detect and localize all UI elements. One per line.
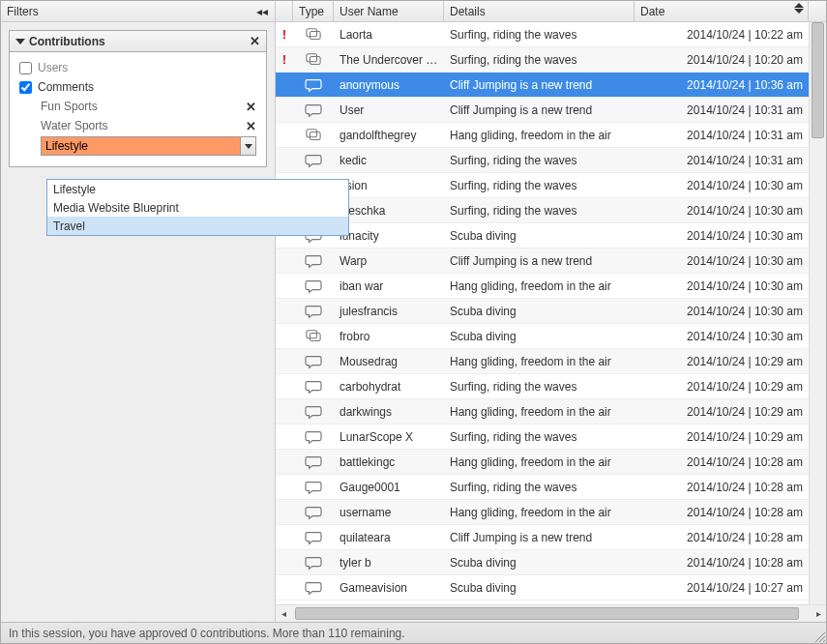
cell-date: 2014/10/24 | 10:31 am	[635, 129, 809, 142]
dropdown-item[interactable]: Media Website Blueprint	[47, 198, 348, 217]
cell-username: dsion	[334, 179, 444, 192]
tag-combobox-button[interactable]	[240, 137, 255, 155]
column-scrollbar-spacer	[809, 1, 826, 21]
cell-username: iban war	[334, 279, 444, 293]
cell-date: 2014/10/24 | 10:30 am	[635, 279, 809, 293]
cell-username: User	[334, 103, 444, 117]
contributions-panel-title: Contributions	[29, 35, 105, 48]
column-type[interactable]: Type	[293, 1, 334, 21]
table-row[interactable]: lunacityScuba diving2014/10/24 | 10:30 a…	[276, 223, 809, 249]
tag-row-fun-sports: Fun Sports ✕	[15, 97, 260, 116]
cell-details: Hang gliding, freedom in the air	[444, 279, 635, 293]
table-row[interactable]: LunarScope XSurfing, riding the waves201…	[276, 424, 809, 450]
column-date[interactable]: Date	[635, 1, 809, 21]
table-row[interactable]: GameavisionScuba diving2014/10/24 | 10:2…	[276, 575, 809, 600]
table-row[interactable]: djeschkaSurfing, riding the waves2014/10…	[276, 198, 809, 223]
comment-type-icon	[293, 404, 334, 420]
cell-details: Scuba diving	[444, 556, 635, 570]
filters-title: Filters	[7, 5, 39, 18]
comment-type-icon	[293, 304, 334, 319]
vertical-scrollbar[interactable]	[809, 22, 826, 604]
horizontal-scrollbar-thumb[interactable]	[295, 607, 799, 620]
table-row[interactable]: anonymousCliff Jumping is a new trend201…	[276, 73, 809, 98]
table-row[interactable]: gandolfthegreyHang gliding, freedom in t…	[276, 123, 809, 148]
horizontal-scrollbar[interactable]: ◂ ▸	[276, 604, 826, 622]
table-row[interactable]: Gauge0001Surfing, riding the waves2014/1…	[276, 475, 809, 500]
cell-username: frobro	[334, 330, 444, 343]
cell-username: lunacity	[334, 229, 444, 243]
table-row[interactable]: !LaortaSurfing, riding the waves2014/10/…	[276, 22, 809, 47]
table-row[interactable]: iban warHang gliding, freedom in the air…	[276, 274, 809, 299]
tag-combobox-dropdown[interactable]: LifestyleMedia Website BlueprintTravel	[46, 179, 349, 236]
cell-date: 2014/10/24 | 10:28 am	[635, 531, 809, 544]
cell-username: djeschka	[334, 204, 444, 218]
scroll-left-icon[interactable]: ◂	[276, 606, 291, 622]
table-area: Type User Name Details Date !LaortaSurfi…	[276, 1, 826, 622]
table-row[interactable]: carbohydratSurfing, riding the waves2014…	[276, 374, 809, 399]
table-row[interactable]: kedicSurfing, riding the waves2014/10/24…	[276, 148, 809, 173]
table-row[interactable]: frobroScuba diving2014/10/24 | 10:30 am	[276, 324, 809, 349]
table-row[interactable]: MousedragHang gliding, freedom in the ai…	[276, 349, 809, 374]
table-row[interactable]: quilatearaCliff Jumping is a new trend20…	[276, 525, 809, 550]
dropdown-item[interactable]: Travel	[47, 217, 348, 235]
comments-checkbox-row[interactable]: Comments	[15, 77, 260, 97]
cell-date: 2014/10/24 | 10:29 am	[635, 380, 809, 394]
scroll-right-icon[interactable]: ▸	[811, 606, 826, 622]
svg-rect-4	[307, 129, 317, 136]
cell-details: Scuba diving	[444, 305, 635, 318]
table-row[interactable]: usernameHang gliding, freedom in the air…	[276, 500, 809, 525]
contributions-panel-header[interactable]: Contributions ✕	[10, 31, 266, 52]
table-row[interactable]: julesfrancisScuba diving2014/10/24 | 10:…	[276, 299, 809, 324]
table-row[interactable]: tyler bScuba diving2014/10/24 | 10:28 am	[276, 550, 809, 575]
cell-date: 2014/10/24 | 10:29 am	[635, 355, 809, 368]
cell-username: tyler b	[334, 556, 444, 570]
resize-grip-icon[interactable]	[813, 630, 825, 642]
status-text: In this session, you have approved 0 con…	[9, 627, 405, 640]
cell-date: 2014/10/24 | 10:31 am	[635, 154, 809, 167]
tag-combo-row	[15, 135, 260, 157]
column-alert[interactable]	[276, 1, 293, 21]
remove-tag-icon[interactable]: ✕	[246, 100, 256, 114]
cell-username: Laorta	[334, 28, 444, 42]
column-details[interactable]: Details	[444, 1, 635, 21]
vertical-scrollbar-thumb[interactable]	[812, 22, 824, 138]
svg-rect-0	[307, 28, 317, 36]
comment-type-icon	[293, 454, 334, 470]
comment-type-icon	[293, 253, 334, 269]
table-row[interactable]: WarpCliff Jumping is a new trend2014/10/…	[276, 249, 809, 274]
triangle-down-icon	[15, 39, 25, 44]
cell-details: Surfing, riding the waves	[444, 380, 635, 394]
users-checkbox[interactable]	[19, 62, 32, 74]
dropdown-item[interactable]: Lifestyle	[47, 180, 348, 198]
cell-date: 2014/10/24 | 10:30 am	[635, 305, 809, 318]
table-row[interactable]: !The Undercover …Surfing, riding the wav…	[276, 47, 809, 73]
tag-combobox[interactable]	[41, 136, 256, 156]
comment-type-icon	[293, 505, 334, 520]
table-row[interactable]: battlekingcHang gliding, freedom in the …	[276, 450, 809, 475]
filters-header: Filters ◂◂	[1, 1, 275, 22]
contributions-panel-body: Users Comments Fun Sports ✕ Water Sports…	[10, 52, 266, 166]
table-row[interactable]: dsionSurfing, riding the waves2014/10/24…	[276, 173, 809, 198]
close-panel-icon[interactable]: ✕	[250, 34, 260, 48]
tag-row-water-sports: Water Sports ✕	[15, 116, 260, 135]
cell-username: Warp	[334, 254, 444, 268]
users-checkbox-row[interactable]: Users	[15, 58, 260, 77]
table-row[interactable]: darkwingsHang gliding, freedom in the ai…	[276, 399, 809, 424]
comment-type-icon	[293, 278, 334, 294]
comment-type-icon	[293, 480, 334, 495]
status-bar: In this session, you have approved 0 con…	[1, 622, 826, 643]
cell-date: 2014/10/24 | 10:29 am	[635, 405, 809, 419]
tag-label: Fun Sports	[41, 100, 98, 113]
comments-checkbox[interactable]	[19, 81, 32, 94]
cell-username: anonymous	[334, 78, 444, 92]
column-username[interactable]: User Name	[334, 1, 444, 21]
tag-combobox-input[interactable]	[42, 137, 240, 155]
comment-type-icon	[293, 27, 334, 43]
cell-date: 2014/10/24 | 10:28 am	[635, 556, 809, 570]
cell-username: Gameavision	[334, 581, 444, 595]
remove-tag-icon[interactable]: ✕	[246, 119, 256, 133]
cell-details: Hang gliding, freedom in the air	[444, 455, 635, 469]
table-row[interactable]: UserCliff Jumping is a new trend2014/10/…	[276, 98, 809, 123]
cell-details: Cliff Jumping is a new trend	[444, 103, 635, 117]
collapse-sidebar-icon[interactable]: ◂◂	[254, 5, 269, 18]
